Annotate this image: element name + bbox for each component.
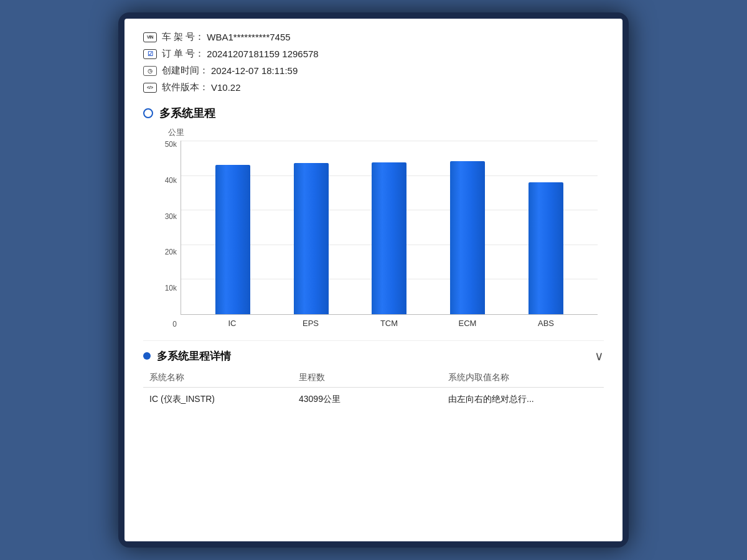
section-circle-icon bbox=[143, 108, 153, 118]
cell-mileage: 43099公里 bbox=[299, 394, 448, 405]
x-label-IC: IC bbox=[215, 319, 250, 328]
version-value: V10.22 bbox=[211, 82, 241, 93]
time-value: 2024-12-07 18:11:59 bbox=[211, 65, 298, 76]
x-label-ECM: ECM bbox=[450, 319, 485, 328]
y-tick-10k: 10k bbox=[165, 284, 177, 292]
cell-system: IC (仪表_INSTR) bbox=[149, 394, 299, 405]
x-axis-labels: IC EPS TCM ECM ABS bbox=[181, 319, 598, 328]
vin-icon: VIN bbox=[143, 32, 157, 42]
time-row: ◷ 创建时间： 2024-12-07 18:11:59 bbox=[143, 65, 604, 77]
chart-container: 公里 50k 40k 30k 20k 10k 0 bbox=[143, 127, 604, 328]
info-section: VIN 车 架 号： WBA1**********7455 ☑ 订 单 号： 2… bbox=[143, 31, 604, 93]
detail-dot-icon bbox=[143, 352, 151, 360]
detail-section: 多系统里程详情 ∨ 系统名称 里程数 系统内取值名称 IC (仪表_INSTR)… bbox=[143, 340, 604, 405]
y-axis-label: 公里 bbox=[168, 127, 598, 138]
bar-EPS bbox=[294, 163, 329, 314]
x-label-TCM: TCM bbox=[372, 319, 406, 328]
bar-ECM bbox=[450, 161, 485, 314]
order-icon: ☑ bbox=[143, 49, 157, 59]
bar-group-EPS bbox=[294, 141, 329, 314]
y-axis: 50k 40k 30k 20k 10k 0 bbox=[149, 141, 181, 328]
table-row: IC (仪表_INSTR) 43099公里 由左向右的绝对总行... bbox=[143, 388, 604, 405]
bar-group-IC bbox=[215, 141, 250, 314]
version-row: </> 软件版本： V10.22 bbox=[143, 82, 604, 93]
y-tick-30k: 30k bbox=[165, 213, 177, 220]
detail-title-row: 多系统里程详情 bbox=[143, 349, 231, 363]
chevron-down-icon[interactable]: ∨ bbox=[594, 348, 604, 363]
x-label-ABS: ABS bbox=[529, 319, 563, 328]
screen: VIN 车 架 号： WBA1**********7455 ☑ 订 单 号： 2… bbox=[125, 19, 622, 541]
time-label: 创建时间： bbox=[162, 65, 209, 77]
bar-group-ECM bbox=[450, 141, 485, 314]
chart-section-title: 多系统里程 bbox=[143, 106, 604, 121]
device-frame: VIN 车 架 号： WBA1**********7455 ☑ 订 单 号： 2… bbox=[118, 12, 629, 548]
bar-IC bbox=[215, 165, 250, 314]
order-label: 订 单 号： bbox=[162, 48, 204, 60]
detail-title-text: 多系统里程详情 bbox=[157, 349, 231, 363]
bar-TCM bbox=[372, 162, 406, 314]
y-tick-0: 0 bbox=[172, 320, 177, 328]
col-internal-name: 系统内取值名称 bbox=[448, 372, 598, 383]
order-row: ☑ 订 单 号： 20241207181159 1296578 bbox=[143, 48, 604, 60]
vin-label: 车 架 号： bbox=[162, 31, 204, 43]
vin-value: WBA1**********7455 bbox=[207, 32, 290, 42]
vin-row: VIN 车 架 号： WBA1**********7455 bbox=[143, 31, 604, 43]
bar-group-ABS bbox=[529, 141, 563, 314]
order-value: 20241207181159 1296578 bbox=[207, 49, 318, 59]
col-mileage: 里程数 bbox=[299, 372, 448, 383]
y-tick-40k: 40k bbox=[165, 177, 177, 184]
table-header: 系统名称 里程数 系统内取值名称 bbox=[143, 372, 604, 388]
chart-plot-area bbox=[181, 141, 598, 315]
version-icon: </> bbox=[143, 83, 157, 93]
bar-group-TCM bbox=[372, 141, 406, 314]
detail-header: 多系统里程详情 ∨ bbox=[143, 348, 604, 363]
chart-title-text: 多系统里程 bbox=[159, 106, 215, 121]
x-label-EPS: EPS bbox=[293, 319, 328, 328]
col-system-name: 系统名称 bbox=[149, 372, 299, 383]
cell-internal-name: 由左向右的绝对总行... bbox=[448, 394, 598, 405]
time-icon: ◷ bbox=[143, 66, 157, 76]
version-label: 软件版本： bbox=[162, 82, 209, 93]
y-tick-50k: 50k bbox=[165, 141, 177, 148]
bar-ABS bbox=[529, 182, 563, 314]
bars-container bbox=[194, 141, 585, 314]
y-tick-20k: 20k bbox=[165, 248, 177, 256]
